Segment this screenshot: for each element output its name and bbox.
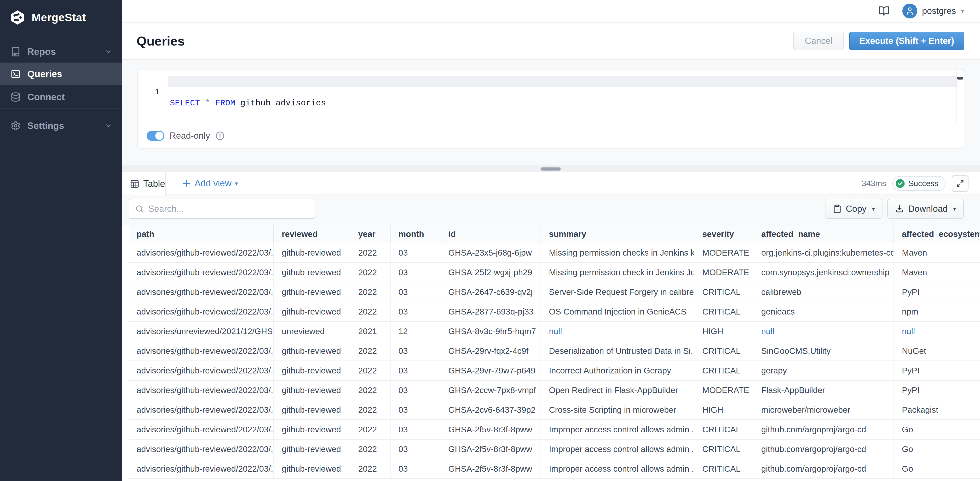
tab-table-label: Table: [143, 179, 165, 189]
table-cell: github.com/argoproj/argo-cd: [753, 440, 894, 459]
table-cell: calibreweb: [753, 283, 894, 302]
table-cell: advisories/github-reviewed/2022/03/...: [129, 263, 274, 282]
header-actions: Cancel Execute (Shift + Enter): [793, 32, 964, 50]
sidebar-item-repos[interactable]: Repos: [0, 41, 122, 62]
sidebar-item-queries[interactable]: Queries: [0, 63, 122, 85]
editor-scrollbar-track: [956, 70, 964, 123]
table-row: advisories/github-reviewed/2022/03/...gi…: [129, 341, 980, 361]
sidebar-nav: Repos Queries Connect Settings: [0, 41, 122, 137]
column-header-year: year: [350, 225, 391, 243]
search-icon: [135, 204, 144, 213]
table-cell: 03: [391, 341, 441, 360]
execute-button[interactable]: Execute (Shift + Enter): [849, 32, 964, 50]
caret-down-icon: ▾: [961, 8, 964, 14]
sidebar-item-label: Repos: [27, 46, 56, 57]
table-cell: advisories/github-reviewed/2022/03/...: [129, 341, 274, 360]
page-title: Queries: [137, 33, 185, 48]
table-cell: github-reviewed: [274, 440, 350, 459]
table-cell: 03: [391, 440, 441, 459]
table-cell: 2022: [350, 440, 391, 459]
app-name: MergeStat: [32, 11, 86, 24]
code-line: 1 SELECT * FROM github_advisories: [138, 76, 178, 87]
table-cell: 03: [391, 263, 441, 282]
app-logo: MergeStat: [0, 0, 122, 25]
results-toolbar: Copy ▾ Download ▾: [122, 199, 980, 219]
column-header-reviewed: reviewed: [274, 225, 350, 243]
sidebar-item-label: Queries: [27, 69, 62, 79]
table-cell: 2022: [350, 263, 391, 282]
table-cell: advisories/github-reviewed/2022/03/...: [129, 400, 274, 419]
table-cell: GHSA-2cv6-6437-39p2: [441, 400, 541, 419]
info-icon[interactable]: [215, 131, 224, 140]
sidebar-item-connect[interactable]: Connect: [0, 85, 122, 108]
table-cell: 2022: [350, 283, 391, 302]
table-cell: advisories/github-reviewed/2022/03/...: [129, 381, 274, 400]
cancel-button[interactable]: Cancel: [793, 32, 844, 50]
tab-table[interactable]: Table: [125, 172, 166, 195]
active-line-highlight: [168, 76, 958, 87]
terminal-icon: [11, 69, 21, 79]
search-box: [129, 199, 315, 219]
table-row: advisories/github-reviewed/2022/03/...gi…: [129, 243, 980, 263]
table-cell: advisories/github-reviewed/2022/03/...: [129, 459, 274, 478]
user-menu[interactable]: postgres ▾: [902, 3, 964, 19]
sidebar-item-settings[interactable]: Settings: [0, 115, 122, 137]
table-cell: MODERATE: [694, 243, 753, 262]
table-cell: Maven: [894, 263, 980, 282]
main-content: Queries Cancel Execute (Shift + Enter) 1…: [122, 22, 980, 481]
sidebar-item-label: Settings: [27, 121, 64, 131]
table-row: advisories/github-reviewed/2022/03/...gi…: [129, 263, 980, 283]
table-cell: 03: [391, 420, 441, 439]
table-cell: Go: [894, 420, 980, 439]
expand-arrows-icon: [956, 179, 964, 187]
table-cell: GHSA-2f5v-8r3f-8pww: [441, 440, 541, 459]
divider: [0, 108, 122, 109]
mergestat-logo-icon: [10, 10, 25, 25]
table-cell: GHSA-2f5v-8r3f-8pww: [441, 420, 541, 439]
table-cell: 03: [391, 361, 441, 380]
search-input[interactable]: [148, 200, 315, 217]
table-cell: github-reviewed: [274, 361, 350, 380]
status-badge: Success: [892, 176, 945, 191]
table-cell: CRITICAL: [694, 302, 753, 321]
sql-text: SELECT * FROM github_advisories: [170, 98, 326, 109]
table-cell: OS Command Injection in GenieACS: [541, 302, 694, 321]
copy-button[interactable]: Copy ▾: [825, 199, 883, 219]
table-row: advisories/github-reviewed/2022/03/...gi…: [129, 459, 980, 479]
column-header-path: path: [129, 225, 274, 243]
docs-book-icon[interactable]: [878, 5, 889, 16]
resize-handle[interactable]: [541, 167, 561, 171]
readonly-label: Read-only: [170, 131, 210, 141]
table-cell: 2022: [350, 243, 391, 262]
download-button[interactable]: Download ▾: [887, 199, 964, 219]
chevron-down-icon: [105, 122, 112, 130]
table-cell: github-reviewed: [274, 420, 350, 439]
query-duration: 343ms: [862, 179, 886, 188]
readonly-toggle[interactable]: [146, 131, 164, 141]
sidebar-item-label: Connect: [27, 92, 65, 102]
add-view-label: Add view: [194, 178, 231, 189]
sql-code-editor[interactable]: 1 SELECT * FROM github_advisories: [138, 70, 964, 123]
page-header: Queries Cancel Execute (Shift + Enter): [122, 22, 980, 60]
table-row: advisories/github-reviewed/2022/03/...gi…: [129, 302, 980, 322]
readonly-row: Read-only: [138, 123, 964, 148]
table-cell: HIGH: [694, 400, 753, 419]
table-cell: CRITICAL: [694, 283, 753, 302]
editor-scrollbar-thumb[interactable]: [957, 77, 963, 79]
add-view-button[interactable]: Add view ▾: [182, 172, 238, 195]
table-row: advisories/github-reviewed/2022/03/...gi…: [129, 400, 980, 420]
expand-button[interactable]: [952, 175, 969, 192]
table-cell: Deserialization of Untrusted Data in Si.…: [541, 341, 694, 360]
table-cell: 2022: [350, 361, 391, 380]
table-cell: 2022: [350, 341, 391, 360]
table-cell: 03: [391, 283, 441, 302]
table-cell: GHSA-2ccw-7px8-vmpf: [441, 381, 541, 400]
gear-icon: [11, 121, 21, 131]
database-icon: [11, 92, 21, 102]
table-cell: Improper access control allows admin ...: [541, 440, 694, 459]
table-cell: 2022: [350, 420, 391, 439]
table-row: advisories/github-reviewed/2022/03/...gi…: [129, 283, 980, 302]
toolbar-actions: Copy ▾ Download ▾: [825, 199, 964, 219]
book-icon: [11, 47, 21, 57]
table-cell: Improper access control allows admin ...: [541, 459, 694, 478]
